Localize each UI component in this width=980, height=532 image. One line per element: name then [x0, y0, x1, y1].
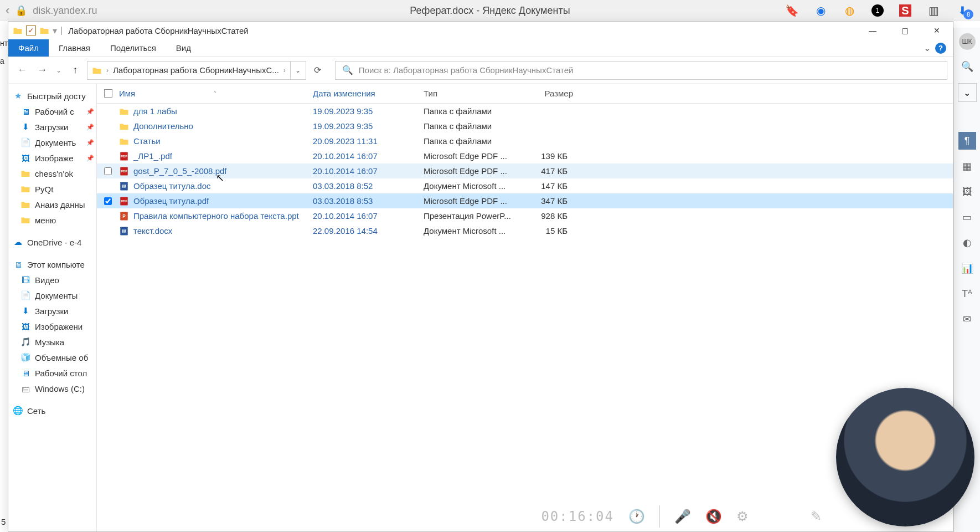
- tree-item[interactable]: Анаиз данны: [8, 197, 96, 212]
- address-bar[interactable]: › Лабораторная работа СборникНаучныхС...…: [87, 61, 291, 80]
- file-size: 417 КБ: [518, 166, 573, 176]
- image-icon[interactable]: 🖼: [958, 183, 976, 201]
- tree-this-pc[interactable]: 🖥 Этот компьюте: [8, 257, 96, 272]
- header-checkbox-col[interactable]: [97, 89, 119, 98]
- user-avatar[interactable]: ШК: [959, 33, 976, 50]
- extension-icon-2[interactable]: ◍: [843, 4, 856, 17]
- file-row[interactable]: PDF_ЛР1_.pdf20.10.2014 16:07Microsoft Ed…: [97, 149, 953, 163]
- row-checkbox[interactable]: [97, 197, 119, 205]
- webcam-overlay[interactable]: [836, 388, 974, 526]
- maximize-button[interactable]: ▢: [889, 22, 921, 39]
- chart-icon[interactable]: 📊: [958, 259, 976, 277]
- file-row[interactable]: PDFОбразец титула.pdf03.03.2018 8:53Micr…: [97, 193, 953, 208]
- file-name-cell[interactable]: PDFgost_P_7_0_5_-2008.pdf: [119, 166, 313, 176]
- tab-share[interactable]: Поделиться: [100, 39, 166, 57]
- column-headers[interactable]: Имя ⌃ Дата изменения Тип Размер: [97, 84, 953, 104]
- file-name-cell[interactable]: WОбразец титула.doc: [119, 181, 313, 191]
- shapes-icon[interactable]: ◐: [958, 234, 976, 252]
- nav-forward-button[interactable]: →: [34, 62, 50, 79]
- file-rows[interactable]: для 1 лабы19.09.2023 9:35Папка с файлами…: [97, 104, 953, 531]
- tree-item[interactable]: 📄Документь📌: [8, 135, 96, 150]
- pilcrow-icon[interactable]: ¶: [958, 132, 976, 150]
- file-row[interactable]: для 1 лабы19.09.2023 9:35Папка с файлами: [97, 104, 953, 119]
- tree-item[interactable]: 🖥Рабочий стол: [8, 365, 96, 381]
- nav-up-button[interactable]: ↑: [67, 62, 84, 79]
- ribbon-expand-icon[interactable]: ⌄: [924, 43, 931, 53]
- header-date[interactable]: Дата изменения: [313, 89, 424, 98]
- collapse-panel-icon[interactable]: ⌄: [958, 83, 977, 102]
- file-row[interactable]: WОбразец титула.doc03.03.2018 8:52Докуме…: [97, 178, 953, 193]
- tree-item[interactable]: 📄Документы: [8, 288, 96, 303]
- back-chevron-icon[interactable]: ‹: [6, 3, 9, 18]
- refresh-button[interactable]: ⟳: [310, 62, 326, 79]
- tree-item[interactable]: ⬇Загрузки📌: [8, 119, 96, 135]
- tree-item[interactable]: PyQt: [8, 181, 96, 197]
- address-url[interactable]: disk.yandex.ru: [33, 5, 97, 17]
- close-button[interactable]: ✕: [921, 22, 953, 39]
- qat-properties-icon[interactable]: ✓: [26, 25, 36, 35]
- tree-item[interactable]: 🖥Рабочий с📌: [8, 104, 96, 119]
- header-size[interactable]: Размер: [518, 89, 573, 98]
- lock-icon: 🔒: [15, 4, 27, 17]
- tree-quick-access[interactable]: ★ Быстрый досту: [8, 88, 96, 104]
- tab-home[interactable]: Главная: [49, 39, 100, 57]
- address-history-dropdown[interactable]: ⌄: [291, 61, 306, 80]
- table-icon[interactable]: ▦: [958, 157, 976, 175]
- breadcrumb[interactable]: Лабораторная работа СборникНаучныхС...: [113, 65, 279, 75]
- header-type[interactable]: Тип: [424, 89, 518, 98]
- minimize-button[interactable]: —: [857, 22, 889, 39]
- file-row[interactable]: Статьи20.09.2023 11:31Папка с файлами: [97, 134, 953, 149]
- tree-item[interactable]: 🖼Изображени: [8, 319, 96, 334]
- header-name[interactable]: Имя ⌃: [119, 89, 313, 98]
- extension-icon-5[interactable]: ▥: [927, 4, 940, 17]
- tab-view[interactable]: Вид: [166, 39, 201, 57]
- tree-item[interactable]: chess'n'ok: [8, 166, 96, 181]
- extension-icon-4[interactable]: S: [899, 4, 911, 17]
- tree-item[interactable]: 🎵Музыка: [8, 334, 96, 350]
- tab-file[interactable]: Файл: [8, 39, 49, 57]
- pin-icon: 📌: [86, 155, 94, 162]
- crumb-chevron-icon[interactable]: ›: [283, 66, 286, 74]
- row-checkbox[interactable]: [97, 167, 119, 175]
- file-name-cell[interactable]: PПравила компьютерного набора текста.ppt: [119, 211, 313, 221]
- file-date: 19.09.2023 9:35: [313, 121, 424, 131]
- file-name-cell[interactable]: PDF_ЛР1_.pdf: [119, 151, 313, 161]
- downloads-icon[interactable]: ⬇8: [956, 4, 969, 17]
- file-name-cell[interactable]: Дополнительно: [119, 121, 313, 131]
- navigation-tree[interactable]: ★ Быстрый досту 🖥Рабочий с📌⬇Загрузки📌📄До…: [8, 84, 97, 531]
- tree-item[interactable]: 🖴Windows (C:): [8, 381, 96, 396]
- tree-label: Быстрый досту: [27, 91, 86, 101]
- file-row[interactable]: PDFgost_P_7_0_5_-2008.pdf20.10.2014 16:0…: [97, 163, 953, 178]
- tree-item[interactable]: 🎞Видео: [8, 272, 96, 288]
- extension-icon-1[interactable]: ◉: [814, 4, 827, 17]
- search-icon[interactable]: 🔍: [958, 58, 976, 75]
- file-row[interactable]: Дополнительно19.09.2023 9:35Папка с файл…: [97, 119, 953, 134]
- title-bar[interactable]: ✓ ▾ | Лабораторная работа СборникНаучных…: [8, 22, 953, 39]
- extension-icon-3[interactable]: 1: [871, 4, 884, 17]
- mail-icon[interactable]: ✉: [958, 310, 976, 328]
- help-icon[interactable]: ?: [935, 43, 946, 54]
- tree-onedrive[interactable]: ☁ OneDrive - e-4: [8, 234, 96, 250]
- search-box[interactable]: 🔍: [335, 61, 947, 80]
- file-name-cell[interactable]: для 1 лабы: [119, 106, 313, 116]
- tree-item[interactable]: 🧊Объемные об: [8, 350, 96, 365]
- tree-network[interactable]: 🌐 Сеть: [8, 403, 96, 418]
- header-footer-icon[interactable]: ▭: [958, 208, 976, 226]
- file-name-cell[interactable]: Wтекст.docx: [119, 226, 313, 236]
- nav-back-button[interactable]: ←: [14, 62, 30, 79]
- search-input[interactable]: [359, 65, 940, 75]
- nav-recent-dropdown[interactable]: ⌄: [54, 62, 64, 79]
- file-name-cell[interactable]: Статьи: [119, 136, 313, 146]
- text-art-icon[interactable]: Tᴬ: [958, 285, 976, 303]
- tree-item[interactable]: 🖼Изображе📌: [8, 150, 96, 166]
- file-row[interactable]: PПравила компьютерного набора текста.ppt…: [97, 208, 953, 223]
- crumb-chevron-icon[interactable]: ›: [106, 66, 109, 74]
- tree-item[interactable]: ⬇Загрузки: [8, 303, 96, 319]
- file-row[interactable]: Wтекст.docx22.09.2016 14:54Документ Micr…: [97, 223, 953, 238]
- tree-item[interactable]: меню: [8, 212, 96, 228]
- tree-label: Изображени: [35, 322, 82, 331]
- file-name-cell[interactable]: PDFОбразец титула.pdf: [119, 196, 313, 206]
- file-date: 22.09.2016 14:54: [313, 226, 424, 236]
- qat-folder-icon[interactable]: [39, 25, 49, 35]
- bookmark-icon[interactable]: 🔖: [785, 4, 798, 17]
